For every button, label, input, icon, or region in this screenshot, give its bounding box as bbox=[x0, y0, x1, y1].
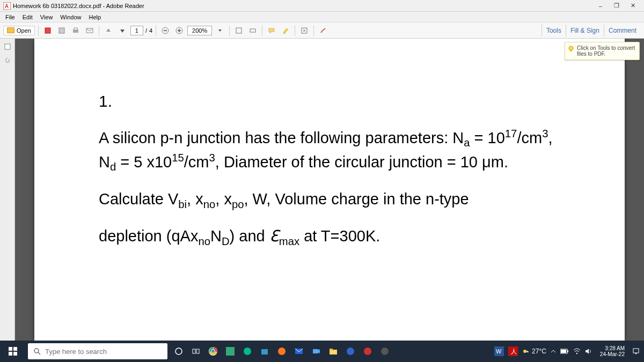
zoom-input[interactable] bbox=[187, 26, 212, 35]
folder-icon bbox=[7, 27, 14, 33]
fit-width-icon[interactable] bbox=[247, 25, 259, 36]
minimize-button[interactable]: – bbox=[592, 1, 609, 11]
menubar: File Edit View Window Help bbox=[0, 12, 644, 23]
taskbar-apps bbox=[171, 341, 393, 362]
zoom-in-icon[interactable] bbox=[173, 25, 185, 36]
clock-date: 24-Mar-22 bbox=[600, 351, 625, 357]
svg-rect-47 bbox=[567, 350, 568, 352]
clock-time: 3:28 AM bbox=[600, 345, 625, 351]
app-icon-2[interactable] bbox=[342, 341, 358, 362]
page-sep: / bbox=[145, 27, 147, 34]
zoom-out-icon[interactable] bbox=[159, 25, 171, 36]
svg-point-38 bbox=[347, 348, 354, 355]
page-total: 4 bbox=[149, 27, 152, 34]
svg-rect-21 bbox=[13, 352, 17, 356]
svg-text:A: A bbox=[5, 3, 9, 9]
chrome-icon[interactable] bbox=[205, 341, 221, 362]
weather-widget[interactable]: 27°C bbox=[522, 348, 546, 355]
thumbnails-icon[interactable] bbox=[3, 42, 12, 51]
svg-point-29 bbox=[211, 350, 215, 353]
menu-window[interactable]: Window bbox=[57, 13, 84, 21]
weather-temp: 27°C bbox=[532, 348, 546, 355]
page-down-icon[interactable] bbox=[116, 25, 128, 36]
explorer-icon[interactable] bbox=[325, 341, 341, 362]
svg-rect-35 bbox=[313, 349, 318, 353]
svg-point-16 bbox=[569, 46, 573, 50]
fit-window-icon[interactable] bbox=[233, 25, 245, 36]
app-icon-1[interactable] bbox=[222, 341, 238, 362]
page-up-icon[interactable] bbox=[103, 25, 114, 36]
svg-rect-50 bbox=[633, 349, 639, 353]
camera-icon[interactable] bbox=[308, 341, 324, 362]
svg-line-23 bbox=[38, 352, 40, 354]
separator bbox=[313, 25, 314, 36]
svg-rect-26 bbox=[196, 349, 199, 353]
volume-icon[interactable] bbox=[585, 348, 592, 354]
store-icon[interactable] bbox=[257, 341, 273, 362]
svg-point-31 bbox=[244, 348, 251, 355]
menu-edit[interactable]: Edit bbox=[19, 13, 36, 21]
app-icon-4[interactable] bbox=[377, 341, 393, 362]
svg-point-39 bbox=[364, 348, 371, 355]
search-input[interactable] bbox=[45, 348, 162, 356]
sign-icon[interactable] bbox=[317, 25, 329, 36]
maximize-button[interactable]: ❐ bbox=[609, 1, 625, 11]
tray-chevron-icon[interactable] bbox=[551, 349, 556, 354]
svg-rect-5 bbox=[74, 28, 77, 30]
svg-text:W: W bbox=[496, 348, 502, 354]
acrobat-running-icon[interactable]: 人 bbox=[508, 346, 518, 356]
svg-point-22 bbox=[34, 349, 39, 353]
toolbar: Open / 4 Tools Fill & Sign Comment bbox=[0, 23, 644, 39]
mail-icon[interactable] bbox=[291, 341, 307, 362]
separator bbox=[229, 25, 230, 36]
tooltip-convert: Click on Tools to convert files to PDF. bbox=[565, 42, 640, 60]
tab-fill-sign[interactable]: Fill & Sign bbox=[566, 25, 604, 36]
print-icon[interactable] bbox=[70, 25, 82, 36]
task-view-icon[interactable] bbox=[188, 341, 204, 362]
email-icon[interactable] bbox=[84, 25, 96, 36]
read-mode-icon[interactable] bbox=[298, 25, 310, 36]
svg-rect-36 bbox=[330, 350, 337, 354]
start-button[interactable] bbox=[0, 341, 26, 362]
window-title: Homework 6b 03182022.docx.pdf - Adobe Re… bbox=[13, 3, 592, 9]
separator bbox=[99, 25, 99, 36]
firefox-icon[interactable] bbox=[274, 341, 290, 362]
svg-point-40 bbox=[381, 348, 389, 355]
menu-view[interactable]: View bbox=[37, 13, 56, 21]
attachments-icon[interactable] bbox=[3, 56, 12, 65]
battery-icon[interactable] bbox=[560, 349, 569, 354]
tab-tools[interactable]: Tools bbox=[541, 25, 566, 36]
clock[interactable]: 3:28 AM 24-Mar-22 bbox=[597, 345, 628, 357]
svg-rect-13 bbox=[250, 29, 255, 32]
wifi-icon[interactable] bbox=[573, 348, 581, 354]
svg-rect-17 bbox=[570, 50, 572, 51]
svg-rect-18 bbox=[9, 347, 12, 351]
menu-help[interactable]: Help bbox=[85, 13, 104, 21]
edge-icon[interactable] bbox=[239, 341, 255, 362]
page-area[interactable]: Click on Tools to convert files to PDF. … bbox=[15, 39, 644, 341]
open-button[interactable]: Open bbox=[3, 26, 35, 35]
svg-rect-15 bbox=[5, 44, 10, 49]
separator bbox=[262, 25, 262, 36]
tab-comment[interactable]: Comment bbox=[604, 25, 641, 36]
svg-rect-12 bbox=[236, 28, 241, 33]
taskbar-search[interactable] bbox=[28, 343, 167, 359]
svg-rect-3 bbox=[59, 28, 64, 33]
word-running-icon[interactable]: W bbox=[494, 346, 504, 356]
lightbulb-icon bbox=[568, 46, 574, 52]
comment-bubble-icon[interactable] bbox=[266, 25, 277, 36]
highlight-icon[interactable] bbox=[280, 25, 291, 36]
create-pdf-icon[interactable] bbox=[42, 25, 54, 36]
svg-rect-30 bbox=[226, 347, 235, 356]
question-number: 1. bbox=[99, 92, 560, 110]
svg-text:人: 人 bbox=[511, 348, 517, 354]
save-icon[interactable] bbox=[56, 25, 68, 36]
zoom-dropdown-icon[interactable] bbox=[214, 25, 226, 36]
page-number-input[interactable] bbox=[130, 26, 143, 35]
menu-file[interactable]: File bbox=[2, 13, 18, 21]
app-icon-3[interactable] bbox=[360, 341, 376, 362]
windows-taskbar: W 人 27°C 3:28 AM 24-Mar-22 bbox=[0, 341, 644, 362]
close-button[interactable]: ✕ bbox=[625, 1, 641, 11]
cortana-icon[interactable] bbox=[171, 341, 187, 362]
notifications-icon[interactable] bbox=[632, 348, 640, 355]
